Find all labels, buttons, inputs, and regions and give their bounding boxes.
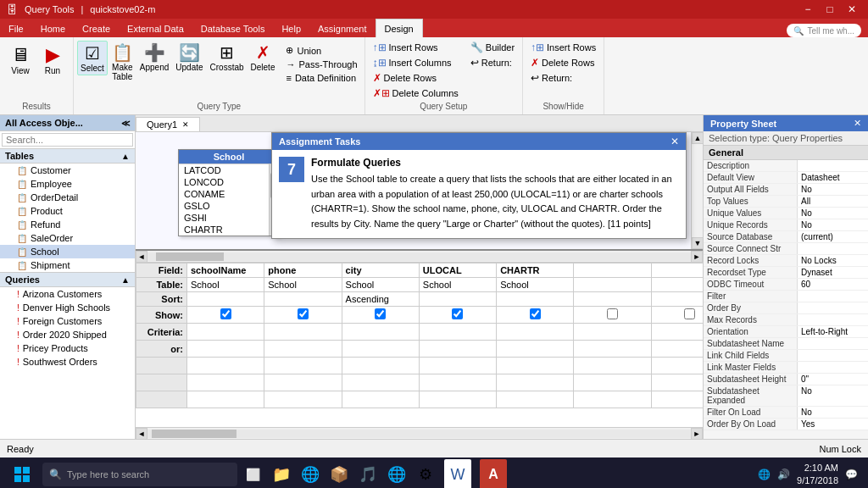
- start-button[interactable]: [3, 459, 41, 488]
- ps-value-description[interactable]: [797, 160, 868, 171]
- return-button[interactable]: ↩ Return:: [468, 56, 517, 69]
- delete-columns-button[interactable]: ✗⊞ Delete Columns: [370, 86, 461, 100]
- qbe-cell-table-2[interactable]: School: [264, 278, 342, 292]
- delete-button[interactable]: ✗ Delete: [248, 41, 278, 74]
- qbe-cell-criteria-6[interactable]: [574, 324, 651, 341]
- nav-item-school[interactable]: 📋 School: [0, 245, 135, 258]
- taskbar-word-icon[interactable]: W: [444, 459, 471, 488]
- tab-home[interactable]: Home: [32, 20, 74, 37]
- upper-vscroll-up-btn[interactable]: ▲: [692, 132, 703, 144]
- tray-notification-icon[interactable]: 💬: [845, 469, 858, 480]
- show-checkbox-6[interactable]: [607, 308, 618, 319]
- tab-assignment[interactable]: Assignment: [309, 20, 375, 37]
- nav-item-arizona-customers[interactable]: ! Arizona Customers: [0, 287, 135, 301]
- qbe-hscroll-left-btn[interactable]: ◄: [136, 428, 147, 440]
- taskbar-chrome-icon[interactable]: 🌐: [383, 459, 410, 488]
- field-gslo[interactable]: GSLO: [179, 200, 279, 212]
- qbe-hscroll-right-btn[interactable]: ►: [691, 428, 703, 440]
- view-button[interactable]: 🖥 View: [5, 42, 36, 77]
- nav-section-queries[interactable]: Queries ▲: [0, 272, 135, 287]
- ps-value-filter-on-load[interactable]: No: [797, 407, 868, 418]
- crosstab-button[interactable]: ⊞ Crosstab: [208, 41, 247, 74]
- qbe-cell-criteria-4[interactable]: [419, 324, 496, 341]
- qbe-cell-or-2[interactable]: [264, 341, 342, 358]
- upper-vscroll[interactable]: ▲ ▼: [691, 132, 703, 249]
- qbe-cell-table-6[interactable]: [574, 278, 651, 292]
- data-definition-button[interactable]: ≡ Data Definition: [282, 72, 360, 84]
- qbe-cell-or-1[interactable]: [187, 341, 264, 358]
- ps-value-order-by[interactable]: [797, 302, 868, 313]
- maximize-button[interactable]: □: [821, 2, 839, 17]
- append-button[interactable]: ➕ Append: [137, 41, 171, 74]
- task-view-button[interactable]: ⬜: [239, 459, 266, 488]
- show-return-button[interactable]: ↩ Return:: [528, 71, 598, 85]
- qbe-cell-criteria-2[interactable]: [264, 324, 342, 341]
- qbe-cell-or-3[interactable]: [342, 341, 419, 358]
- qbe-cell-show-4[interactable]: [419, 307, 496, 324]
- builder-button[interactable]: 🔧 Builder: [468, 41, 517, 54]
- insert-columns-button[interactable]: ↨⊞ Insert Columns: [370, 56, 461, 69]
- qbe-cell-table-3[interactable]: School: [342, 278, 419, 292]
- tab-create[interactable]: Create: [74, 20, 119, 37]
- make-table-button[interactable]: 📋 MakeTable: [109, 41, 136, 83]
- qbe-cell-field-3[interactable]: city: [342, 263, 419, 278]
- ps-value-orientation[interactable]: Left-to-Right: [797, 326, 868, 337]
- qbe-grid[interactable]: Field: schoolName phone city ULOCAL CHAR…: [136, 263, 703, 427]
- tab-help[interactable]: Help: [273, 20, 309, 37]
- tab-design[interactable]: Design: [376, 19, 423, 37]
- ps-value-unique-records[interactable]: No: [797, 219, 868, 230]
- ps-value-default-view[interactable]: Datasheet: [797, 172, 868, 183]
- nav-section-tables[interactable]: Tables ▲: [0, 149, 135, 164]
- query-tab-query1[interactable]: Query1 ✕: [136, 117, 200, 131]
- field-latcod[interactable]: LATCOD: [179, 164, 279, 176]
- minimize-button[interactable]: −: [798, 2, 817, 17]
- qbe-cell-field-1[interactable]: schoolName: [187, 263, 264, 278]
- show-checkbox-3[interactable]: [375, 308, 386, 319]
- popup-close-button[interactable]: ✕: [670, 136, 679, 147]
- select-button[interactable]: ☑ Select: [77, 41, 108, 75]
- nav-item-customer[interactable]: 📋 Customer: [0, 164, 135, 177]
- show-checkbox-1[interactable]: [220, 308, 231, 319]
- taskbar-amazon-icon[interactable]: 📦: [326, 459, 353, 488]
- upper-vscroll-down-btn[interactable]: ▼: [692, 237, 703, 249]
- tray-network-icon[interactable]: 🌐: [758, 469, 771, 480]
- qbe-cell-or-6[interactable]: [574, 341, 651, 358]
- qbe-cell-field-5[interactable]: CHARTR: [497, 263, 574, 278]
- taskbar-settings-icon[interactable]: ⚙: [412, 459, 439, 488]
- nav-toggle-icon[interactable]: ≪: [121, 119, 130, 128]
- qbe-cell-sort-4[interactable]: [419, 292, 496, 307]
- qbe-cell-sort-2[interactable]: [264, 292, 342, 307]
- upper-hscroll-left-btn[interactable]: ◄: [136, 251, 147, 263]
- qbe-cell-field-6[interactable]: [574, 263, 651, 278]
- ps-value-recordset-type[interactable]: Dynaset: [797, 267, 868, 278]
- ps-value-max-records[interactable]: [797, 314, 868, 325]
- ps-value-subdatasheet-expanded[interactable]: No: [797, 385, 868, 406]
- qbe-cell-show-3[interactable]: [342, 307, 419, 324]
- nav-item-saleorder[interactable]: 📋 SaleOrder: [0, 231, 135, 245]
- qbe-cell-table-5[interactable]: School: [497, 278, 574, 292]
- field-gshi[interactable]: GSHI: [179, 212, 279, 224]
- run-button[interactable]: ▶ Run: [37, 42, 68, 77]
- qbe-cell-or-5[interactable]: [497, 341, 574, 358]
- field-chartr[interactable]: CHARTR: [179, 224, 279, 236]
- tab-file[interactable]: File: [0, 20, 32, 37]
- qbe-cell-sort-7[interactable]: [651, 292, 703, 307]
- show-insert-rows-button[interactable]: ↑⊞ Insert Rows: [528, 41, 598, 54]
- ps-value-top-values[interactable]: All: [797, 196, 868, 207]
- ps-value-link-master[interactable]: [797, 362, 868, 373]
- ps-value-link-child[interactable]: [797, 350, 868, 361]
- qbe-cell-field-7[interactable]: [651, 263, 703, 278]
- ps-value-unique-values[interactable]: No: [797, 208, 868, 219]
- qbe-cell-sort-6[interactable]: [574, 292, 651, 307]
- show-checkbox-4[interactable]: [452, 308, 463, 319]
- qbe-cell-show-7[interactable]: [651, 307, 703, 324]
- nav-item-denver-high-schools[interactable]: ! Denver High Schools: [0, 301, 135, 314]
- qbe-cell-field-2[interactable]: phone: [264, 263, 342, 278]
- query1-close-icon[interactable]: ✕: [182, 120, 189, 129]
- ps-value-output-all[interactable]: No: [797, 184, 868, 195]
- taskbar-clock[interactable]: 2:10 AM 9/17/2018: [797, 462, 838, 488]
- tell-me-input-area[interactable]: 🔍 Tell me wh...: [787, 24, 861, 37]
- ps-value-source-connect[interactable]: [797, 243, 868, 254]
- taskbar-edge-icon[interactable]: 🌐: [297, 459, 324, 488]
- ps-value-order-by-on-load[interactable]: Yes: [797, 419, 868, 430]
